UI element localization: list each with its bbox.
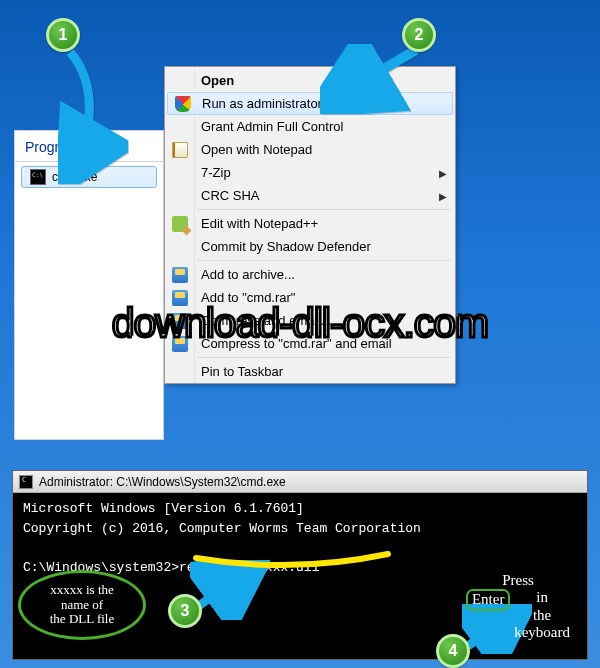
badge-number: 4 <box>449 642 458 660</box>
ctx-7zip[interactable]: 7-Zip▶ <box>165 161 455 184</box>
cmd-title-icon <box>19 475 33 489</box>
ctx-item-label: 7-Zip <box>201 165 231 180</box>
ctx-item-label: Add to archive... <box>201 267 295 282</box>
notepadpp-icon <box>171 215 189 233</box>
press-label: Press <box>502 572 534 588</box>
cmd-line-2: Copyright (c) 2016, Computer Worms Team … <box>23 521 421 536</box>
ctx-item-label: Pin to Taskbar <box>201 364 283 379</box>
ctx-item-label: CRC SHA <box>201 188 260 203</box>
ctx-add-archive[interactable]: Add to archive... <box>165 263 455 286</box>
badge-number: 2 <box>415 26 424 44</box>
ctx-item-label: Run as administrator <box>202 96 322 111</box>
callout-dll-name: xxxxx is the name of the DLL file <box>18 570 146 640</box>
ctx-item-label: Grant Admin Full Control <box>201 119 343 134</box>
ctx-pin-taskbar[interactable]: Pin to Taskbar <box>165 360 455 383</box>
cmd-line-1: Microsoft Windows [Version 6.1.7601] <box>23 501 304 516</box>
step-badge-3: 3 <box>168 594 202 628</box>
cmd-icon <box>30 169 46 185</box>
ctx-item-label: Open with Notepad <box>201 142 312 157</box>
ctx-open-notepad[interactable]: Open with Notepad <box>165 138 455 161</box>
callout-text: xxxxx is the name of the DLL file <box>46 579 119 632</box>
badge-number: 3 <box>181 602 190 620</box>
cmd-titlebar: Administrator: C:\Windows\System32\cmd.e… <box>13 471 587 493</box>
callout-press-enter: Press Enter in the keyboard <box>466 572 570 641</box>
ctx-commit-shadow[interactable]: Commit by Shadow Defender <box>165 235 455 258</box>
step-badge-1: 1 <box>46 18 80 52</box>
shield-icon <box>174 95 192 113</box>
arrow-to-cmd <box>58 44 128 184</box>
step-badge-2: 2 <box>402 18 436 52</box>
yellow-underline <box>192 548 392 575</box>
enter-highlight: Enter <box>466 589 510 610</box>
ctx-separator <box>197 260 451 261</box>
submenu-caret-icon: ▶ <box>439 190 447 201</box>
watermark-text: download-dll-ocx.com <box>0 300 600 347</box>
submenu-caret-icon: ▶ <box>439 167 447 178</box>
enter-label: Enter <box>472 591 504 607</box>
ctx-crc-sha[interactable]: CRC SHA▶ <box>165 184 455 207</box>
ctx-item-label: Edit with Notepad++ <box>201 216 318 231</box>
ctx-item-label: Commit by Shadow Defender <box>201 239 371 254</box>
in-the-keyboard: in the keyboard <box>514 589 570 641</box>
ctx-separator <box>197 357 451 358</box>
badge-number: 1 <box>59 26 68 44</box>
archive-icon <box>171 266 189 284</box>
ctx-edit-npp[interactable]: Edit with Notepad++ <box>165 212 455 235</box>
arrow-to-run-admin <box>320 44 440 114</box>
notepad-icon <box>171 141 189 159</box>
ctx-separator <box>197 209 451 210</box>
ctx-grant-admin[interactable]: Grant Admin Full Control <box>165 115 455 138</box>
step-badge-4: 4 <box>436 634 470 668</box>
cmd-title-text: Administrator: C:\Windows\System32\cmd.e… <box>39 475 286 489</box>
